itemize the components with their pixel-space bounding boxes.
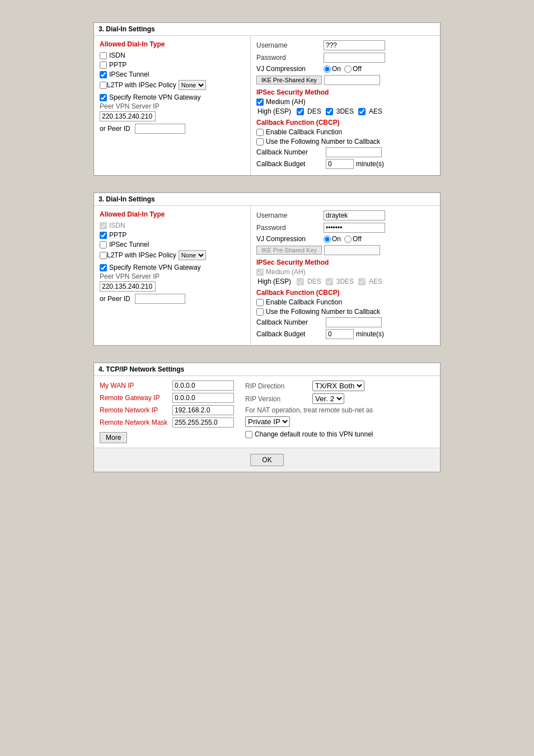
ike-btn-1[interactable]: IKE Pre-Shared Key: [256, 76, 322, 84]
callback-number-label-1: Callback Number: [256, 148, 324, 156]
l2tp-checkbox-1[interactable]: [100, 82, 107, 89]
page-wrapper: 3. Dial-In Settings Allowed Dial-In Type…: [11, 11, 523, 483]
remote-net-ip-label: Remote Network IP: [100, 406, 172, 414]
use-following-label-1: Use the Following Number to Callback: [266, 138, 380, 145]
des-checkbox-1[interactable]: [297, 108, 304, 115]
more-button[interactable]: More: [100, 432, 127, 443]
ipsec-checkbox-1[interactable]: [100, 71, 107, 78]
medium-ah-row-1: Medium (AH): [256, 98, 434, 106]
rip-dir-select[interactable]: TX/RX Both TX Only RX Only: [312, 381, 364, 391]
peer-server-ip-1[interactable]: [100, 111, 156, 121]
3des-checkbox-1[interactable]: [326, 108, 333, 115]
remote-net-ip-input[interactable]: [172, 405, 234, 415]
l2tp-select-2[interactable]: None: [179, 250, 206, 260]
remote-net-mask-input[interactable]: [172, 417, 234, 428]
password-input-2[interactable]: [324, 223, 385, 233]
peer-id-row-2: or Peer ID: [100, 294, 245, 304]
vj-on-radio-1[interactable]: [324, 65, 331, 73]
my-wan-ip-input[interactable]: [172, 381, 234, 391]
l2tp-checkbox-2[interactable]: [100, 252, 107, 259]
3des-check-2: 3DES: [326, 278, 354, 285]
vj-on-label-2[interactable]: On: [324, 235, 341, 243]
isdn-checkbox-1[interactable]: [100, 52, 107, 59]
aes-label-2: AES: [369, 278, 382, 285]
allowed-dialin-header-1: Allowed Dial-In Type: [100, 40, 245, 48]
esp-checkboxes-1: DES 3DES AES: [297, 107, 382, 115]
use-following-label-2: Use the Following Number to Callback: [266, 308, 380, 316]
peer-server-ip-2[interactable]: [100, 281, 156, 292]
vj-on-radio-2[interactable]: [324, 236, 331, 243]
callback-number-input-1[interactable]: [326, 147, 382, 157]
section2-body: Allowed Dial-In Type ISDN PPTP IPSec Tun…: [94, 206, 440, 345]
rip-dir-label: RIP Direction: [245, 382, 312, 390]
username-label-1: Username: [256, 41, 324, 49]
nat-row: Private IP Public IP: [245, 416, 434, 427]
vj-row-2: VJ Compression On Off: [256, 235, 434, 243]
enable-callback-checkbox-2[interactable]: [256, 299, 264, 306]
des-label-1: DES: [307, 107, 321, 115]
password-input-1[interactable]: [324, 53, 385, 63]
minute-label-2: minute(s): [356, 330, 423, 338]
l2tp-select-1[interactable]: None: [179, 80, 206, 90]
vj-off-radio-2[interactable]: [344, 236, 352, 243]
peer-id-input-2[interactable]: [135, 294, 185, 304]
ipsec-checkbox-2[interactable]: [100, 241, 107, 248]
vj-radio-group-1: On Off: [324, 65, 362, 73]
nat-select[interactable]: Private IP Public IP: [245, 416, 290, 427]
use-following-checkbox-2[interactable]: [256, 308, 264, 316]
username-input-1[interactable]: [324, 40, 385, 50]
vj-off-radio-1[interactable]: [344, 65, 352, 73]
tcpip-left: My WAN IP Remote Gateway IP Remote Netwo…: [100, 381, 234, 443]
rip-ver-select[interactable]: Ver. 2 Ver. 1: [312, 393, 344, 404]
vj-label-1: VJ Compression: [256, 65, 324, 73]
pptp-checkbox-1[interactable]: [100, 62, 107, 69]
peer-id-label-2: or Peer ID: [100, 295, 130, 303]
aes-checkbox-1[interactable]: [358, 108, 366, 115]
section1-right: Username Password VJ Compression On: [251, 36, 440, 175]
vj-off-label-1[interactable]: Off: [344, 65, 362, 73]
ike-input-2[interactable]: [324, 245, 380, 255]
username-input-2[interactable]: [324, 210, 385, 220]
remote-gw-ip-row: Remote Gateway IP: [100, 393, 234, 403]
remote-gw-ip-input[interactable]: [172, 393, 234, 403]
callback-budget-row-2: Callback Budget minute(s): [256, 329, 434, 339]
medium-ah-checkbox-1[interactable]: [256, 98, 264, 106]
callback-number-input-2[interactable]: [326, 317, 382, 327]
my-wan-ip-label: My WAN IP: [100, 382, 172, 389]
l2tp-row-1: L2TP with IPSec Policy None: [100, 80, 245, 90]
high-esp-row-1: High (ESP) DES 3DES AES: [256, 107, 434, 115]
ok-button[interactable]: OK: [250, 454, 283, 466]
l2tp-label-2: L2TP with IPSec Policy: [107, 251, 176, 259]
vj-on-label-1[interactable]: On: [324, 65, 341, 73]
aes-checkbox-2[interactable]: [358, 278, 366, 285]
peer-server-label-2: Peer VPN Server IP: [100, 273, 245, 280]
isdn-checkbox-2[interactable]: [100, 222, 107, 229]
dial-in-section-2: 3. Dial-In Settings Allowed Dial-In Type…: [93, 192, 441, 346]
ike-input-1[interactable]: [324, 75, 380, 85]
high-esp-label-2: High (ESP): [257, 278, 291, 285]
section2-left: Allowed Dial-In Type ISDN PPTP IPSec Tun…: [94, 206, 251, 345]
vj-radio-group-2: On Off: [324, 235, 362, 243]
vj-off-label-2[interactable]: Off: [344, 235, 362, 243]
ike-btn-2[interactable]: IKE Pre-Shared Key: [256, 246, 322, 255]
callback-budget-row-1: Callback Budget minute(s): [256, 159, 434, 169]
vj-on-text-1: On: [332, 65, 341, 73]
l2tp-label-1: L2TP with IPSec Policy: [107, 81, 176, 89]
des-checkbox-2[interactable]: [297, 278, 304, 285]
medium-ah-checkbox-2[interactable]: [256, 269, 264, 276]
peer-id-input-1[interactable]: [135, 124, 185, 134]
enable-callback-checkbox-1[interactable]: [256, 129, 264, 136]
pptp-checkbox-2[interactable]: [100, 232, 107, 239]
specify-checkbox-2[interactable]: [100, 264, 107, 271]
callback-budget-input-1[interactable]: [326, 159, 354, 169]
specify-checkbox-1[interactable]: [100, 94, 107, 101]
tcpip-body: My WAN IP Remote Gateway IP Remote Netwo…: [94, 376, 440, 448]
change-route-checkbox[interactable]: [245, 431, 252, 438]
l2tp-row-2: L2TP with IPSec Policy None: [100, 250, 245, 260]
ipsec-label-1: IPSec Tunnel: [109, 71, 149, 78]
callback-budget-input-2[interactable]: [326, 329, 354, 339]
callback-number-row-1: Callback Number: [256, 147, 434, 157]
use-following-checkbox-1[interactable]: [256, 138, 264, 145]
isdn-row-2: ISDN: [100, 222, 245, 229]
3des-checkbox-2[interactable]: [326, 278, 333, 285]
